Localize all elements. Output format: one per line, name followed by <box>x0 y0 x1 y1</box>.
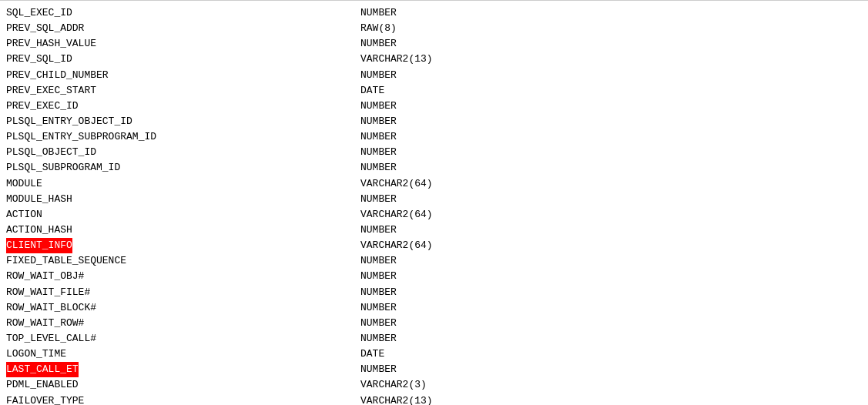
table-row: FIXED_TABLE_SEQUENCENUMBER <box>6 253 862 269</box>
column-name: ROW_WAIT_FILE# <box>6 285 360 300</box>
highlighted-text: LAST_CALL_ET <box>6 362 79 377</box>
table-row: PREV_SQL_IDVARCHAR2(13) <box>6 52 862 67</box>
column-type: NUMBER <box>360 36 397 52</box>
column-type: NUMBER <box>360 160 397 176</box>
column-name: ACTION_HASH <box>6 223 360 238</box>
table-row: PLSQL_SUBPROGRAM_IDNUMBER <box>6 160 862 176</box>
column-type: NUMBER <box>360 129 397 145</box>
table-row: MODULEVARCHAR2(64) <box>6 176 862 192</box>
table-row: ROW_WAIT_BLOCK#NUMBER <box>6 300 862 316</box>
column-name: LOGON_TIME <box>6 346 360 362</box>
table-row: MODULE_HASHNUMBER <box>6 192 862 207</box>
column-type: NUMBER <box>360 99 397 114</box>
column-type: VARCHAR2(64) <box>360 238 433 253</box>
content-area: SQL_EXEC_IDNUMBERPREV_SQL_ADDRRAW(8)PREV… <box>0 2 868 405</box>
table-row: ROW_WAIT_FILE#NUMBER <box>6 285 862 300</box>
column-name: PDML_ENABLED <box>6 377 360 393</box>
table-row: PREV_EXEC_IDNUMBER <box>6 99 862 114</box>
column-name: ROW_WAIT_BLOCK# <box>6 300 360 316</box>
column-type: NUMBER <box>360 114 397 129</box>
table-row: ACTION_HASHNUMBER <box>6 223 862 238</box>
column-name: TOP_LEVEL_CALL# <box>6 331 360 346</box>
table-row: PLSQL_ENTRY_OBJECT_IDNUMBER <box>6 114 862 129</box>
column-type: NUMBER <box>360 362 397 377</box>
table-row: PREV_HASH_VALUENUMBER <box>6 36 862 52</box>
column-type: VARCHAR2(3) <box>360 377 427 393</box>
column-type: NUMBER <box>360 145 397 160</box>
column-name: PLSQL_SUBPROGRAM_ID <box>6 160 360 176</box>
table-row: ACTIONVARCHAR2(64) <box>6 207 862 223</box>
table-row: PREV_EXEC_STARTDATE <box>6 83 862 99</box>
table-row: ROW_WAIT_OBJ#NUMBER <box>6 269 862 284</box>
column-type: NUMBER <box>360 223 397 238</box>
table-row: SQL_EXEC_IDNUMBER <box>6 5 862 21</box>
table-row: LOGON_TIMEDATE <box>6 346 862 362</box>
column-type: RAW(8) <box>360 21 397 36</box>
table-grid: SQL_EXEC_IDNUMBERPREV_SQL_ADDRRAW(8)PREV… <box>6 5 862 405</box>
table-row: PREV_SQL_ADDRRAW(8) <box>6 21 862 36</box>
column-name: LAST_CALL_ET <box>6 362 360 377</box>
column-name: FIXED_TABLE_SEQUENCE <box>6 253 360 269</box>
column-type: NUMBER <box>360 192 397 207</box>
column-name: SQL_EXEC_ID <box>6 5 360 21</box>
table-row: FAILOVER_TYPEVARCHAR2(13) <box>6 393 862 405</box>
column-name: CLIENT_INFO <box>6 238 360 253</box>
table-row: PLSQL_ENTRY_SUBPROGRAM_IDNUMBER <box>6 129 862 145</box>
column-type: VARCHAR2(64) <box>360 176 433 192</box>
column-type: NUMBER <box>360 300 397 316</box>
table-row: TOP_LEVEL_CALL#NUMBER <box>6 331 862 346</box>
column-name: MODULE_HASH <box>6 192 360 207</box>
column-name: PREV_EXEC_START <box>6 83 360 99</box>
column-type: DATE <box>360 83 384 99</box>
column-name: PREV_SQL_ID <box>6 52 360 67</box>
column-name: PLSQL_ENTRY_OBJECT_ID <box>6 114 360 129</box>
column-name: PREV_CHILD_NUMBER <box>6 68 360 83</box>
column-type: NUMBER <box>360 269 397 284</box>
column-type: NUMBER <box>360 285 397 300</box>
column-type: VARCHAR2(64) <box>360 207 433 223</box>
column-name: ACTION <box>6 207 360 223</box>
column-type: VARCHAR2(13) <box>360 52 433 67</box>
column-name: PREV_EXEC_ID <box>6 99 360 114</box>
column-type: NUMBER <box>360 253 397 269</box>
table-row: PDML_ENABLEDVARCHAR2(3) <box>6 377 862 393</box>
highlighted-text: CLIENT_INFO <box>6 238 72 253</box>
column-type: NUMBER <box>360 5 397 21</box>
column-name: FAILOVER_TYPE <box>6 393 360 405</box>
table-row: PLSQL_OBJECT_IDNUMBER <box>6 145 862 160</box>
column-type: NUMBER <box>360 68 397 83</box>
column-type: NUMBER <box>360 316 397 331</box>
column-name: PLSQL_OBJECT_ID <box>6 145 360 160</box>
table-row: ROW_WAIT_ROW#NUMBER <box>6 316 862 331</box>
column-name: PREV_SQL_ADDR <box>6 21 360 36</box>
column-name: PLSQL_ENTRY_SUBPROGRAM_ID <box>6 129 360 145</box>
column-type: VARCHAR2(13) <box>360 393 433 405</box>
table-row: LAST_CALL_ETNUMBER <box>6 362 862 377</box>
table-row: CLIENT_INFOVARCHAR2(64) <box>6 238 862 253</box>
table-row: PREV_CHILD_NUMBERNUMBER <box>6 68 862 83</box>
column-type: NUMBER <box>360 331 397 346</box>
column-name: MODULE <box>6 176 360 192</box>
column-type: DATE <box>360 346 384 362</box>
column-name: ROW_WAIT_ROW# <box>6 316 360 331</box>
column-name: PREV_HASH_VALUE <box>6 36 360 52</box>
column-name: ROW_WAIT_OBJ# <box>6 269 360 284</box>
